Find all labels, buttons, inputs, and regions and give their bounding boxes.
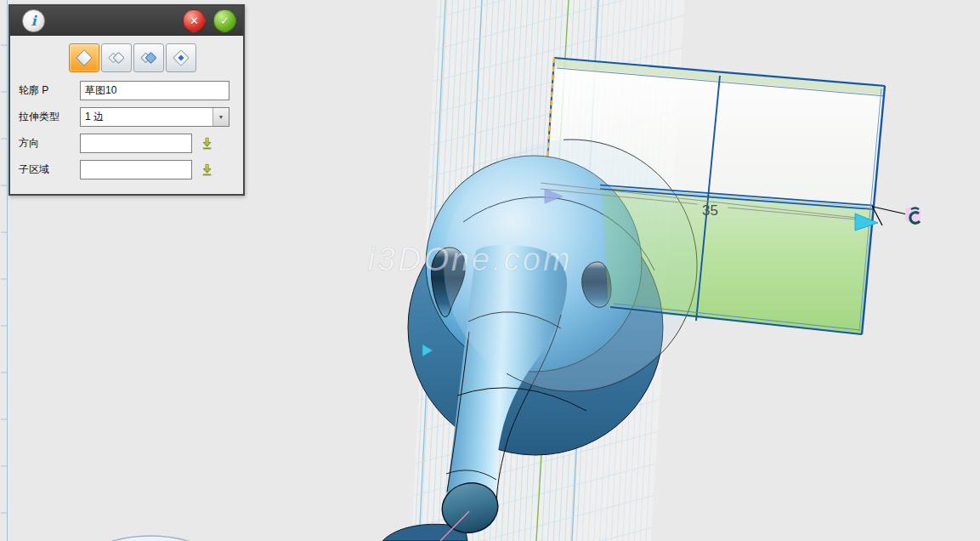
extrude-dialog: i ✕ ✓ 轮廓: [8, 4, 245, 196]
subregion-label: 子区域: [19, 162, 80, 177]
extrude-type-label: 拉伸类型: [19, 110, 80, 124]
watermark: i3DOne.com: [367, 242, 572, 277]
app-window: 35 i3DOne.com i ✕ ✓: [0, 0, 980, 541]
dialog-form: 轮廓 P 拉伸类型 1 边 ▼ 方向 子区域: [10, 77, 243, 194]
diamond-center-dot-icon: [171, 48, 191, 68]
confirm-button[interactable]: ✓: [213, 9, 236, 32]
direction-label: 方向: [19, 136, 80, 151]
extrude-mode-toolbar: [10, 36, 243, 77]
subregion-input[interactable]: [80, 160, 192, 179]
subregion-row: 子区域: [19, 160, 243, 179]
extrude-type-select[interactable]: 1 边 ▼: [80, 107, 229, 127]
mode-single-diamond-button[interactable]: [69, 43, 99, 72]
dialog-titlebar: i ✕ ✓: [10, 6, 243, 36]
mode-diamond-blue-pair-button[interactable]: [133, 43, 164, 72]
drag-handle[interactable]: [905, 208, 921, 223]
mode-diamond-center-dot-button[interactable]: [166, 43, 196, 72]
profile-input[interactable]: [80, 81, 229, 100]
direction-input[interactable]: [80, 134, 192, 153]
navigation-ball[interactable]: [65, 536, 236, 541]
direction-pick-button[interactable]: [200, 136, 214, 151]
pick-arrow-icon: [200, 162, 214, 177]
double-diamond-icon: [106, 48, 127, 68]
left-ruler: [1, 0, 8, 541]
profile-row: 轮廓 P: [19, 81, 243, 100]
pick-arrow-icon: [200, 136, 214, 151]
single-diamond-icon: [74, 48, 94, 68]
diamond-blue-pair-icon: [139, 48, 159, 68]
direction-row: 方向: [19, 134, 243, 153]
dimension-value[interactable]: 35: [702, 202, 718, 219]
cancel-button[interactable]: ✕: [183, 9, 206, 32]
subregion-pick-button[interactable]: [200, 162, 214, 177]
mode-double-diamond-button[interactable]: [101, 43, 132, 72]
profile-label: 轮廓 P: [19, 83, 80, 98]
info-icon[interactable]: i: [22, 9, 45, 32]
extrude-type-value: 1 边: [81, 110, 212, 124]
chevron-down-icon[interactable]: ▼: [212, 108, 229, 126]
extrude-type-row: 拉伸类型 1 边 ▼: [19, 107, 243, 127]
